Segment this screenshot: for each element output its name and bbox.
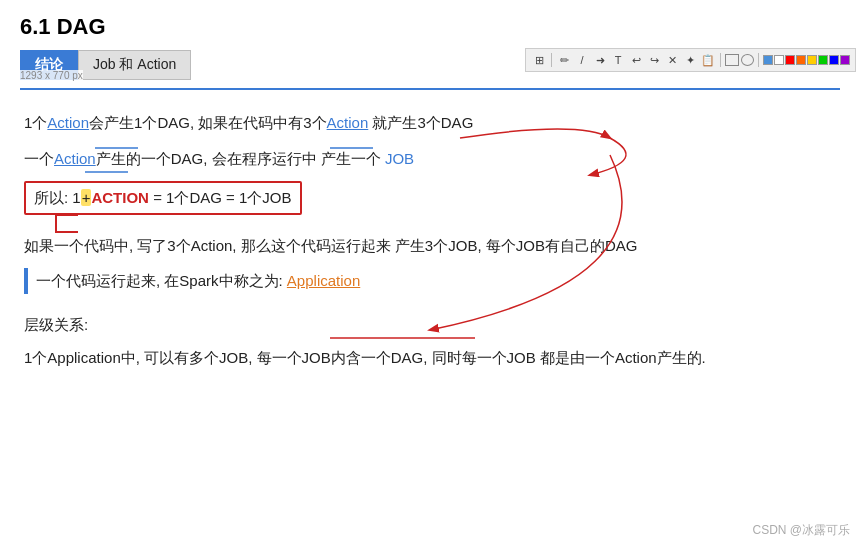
color-white[interactable] xyxy=(774,55,784,65)
tab-job-action[interactable]: Job 和 Action xyxy=(78,50,191,80)
separator3 xyxy=(758,53,759,67)
color-palette xyxy=(763,55,850,65)
header: 6.1 DAG 结论 Job 和 Action xyxy=(0,0,866,92)
watermark: CSDN @冰露可乐 xyxy=(752,522,850,539)
page-title: 6.1 DAG xyxy=(20,14,846,40)
color-green[interactable] xyxy=(818,55,828,65)
content-line-3: 所以: 1+ACTION = 1个DAG = 1个JOB xyxy=(24,181,842,215)
application-text: Application xyxy=(287,272,360,289)
page-container: 6.1 DAG 结论 Job 和 Action 1293 x 770 px ⊞ … xyxy=(0,0,866,547)
content-line-5: 一个代码运行起来, 在Spark中称之为: Application xyxy=(24,268,842,294)
color-purple[interactable] xyxy=(840,55,850,65)
color-red[interactable] xyxy=(785,55,795,65)
rect-icon[interactable] xyxy=(725,54,739,66)
close-icon[interactable]: ✕ xyxy=(664,52,680,68)
line-icon[interactable]: / xyxy=(574,52,590,68)
color-darkblue[interactable] xyxy=(829,55,839,65)
content-line-2: 一个Action产生的一个DAG, 会在程序运行中 产生一个 JOB xyxy=(24,146,842,172)
toolbar: ⊞ ✏ / ➜ T ↩ ↪ ✕ ✦ 📋 xyxy=(525,48,856,72)
dimension-label: 1293 x 770 px xyxy=(20,70,83,81)
separator2 xyxy=(720,53,721,67)
redo-icon[interactable]: ↪ xyxy=(646,52,662,68)
arrow-icon[interactable]: ➜ xyxy=(592,52,608,68)
content-line-4: 如果一个代码中, 写了3个Action, 那么这个代码运行起来 产生3个JOB,… xyxy=(24,233,842,259)
separator xyxy=(551,53,552,67)
star-icon[interactable]: ✦ xyxy=(682,52,698,68)
text-icon[interactable]: T xyxy=(610,52,626,68)
color-yellow[interactable] xyxy=(807,55,817,65)
copy-icon[interactable]: 📋 xyxy=(700,52,716,68)
content-line-7: 1个Application中, 可以有多个JOB, 每一个JOB内含一个DAG,… xyxy=(24,345,842,371)
content-line-6: 层级关系: xyxy=(24,312,842,338)
screenshot-icon[interactable]: ⊞ xyxy=(531,52,547,68)
color-blue[interactable] xyxy=(763,55,773,65)
main-content: 1个Action会产生1个DAG, 如果在代码中有3个Action 就产生3个D… xyxy=(0,92,866,395)
highlight-box: 所以: 1+ACTION = 1个DAG = 1个JOB xyxy=(24,181,302,215)
tab-underline xyxy=(20,88,840,90)
content-line-1: 1个Action会产生1个DAG, 如果在代码中有3个Action 就产生3个D… xyxy=(24,110,842,136)
highlighted-plus: + xyxy=(81,189,92,206)
circle-icon[interactable] xyxy=(741,54,754,66)
color-orange[interactable] xyxy=(796,55,806,65)
pencil-icon[interactable]: ✏ xyxy=(556,52,572,68)
undo-icon[interactable]: ↩ xyxy=(628,52,644,68)
